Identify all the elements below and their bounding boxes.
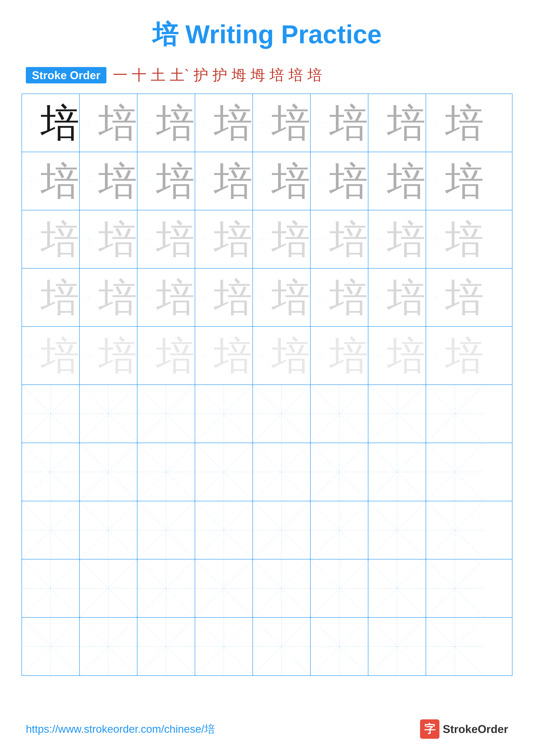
grid-row: 培 培 培 [22, 152, 512, 210]
grid-cell[interactable] [22, 559, 80, 617]
footer-url[interactable]: https://www.strokeorder.com/chinese/培 [26, 722, 215, 736]
grid-cell[interactable] [369, 559, 426, 617]
grid-cell[interactable]: 培 [369, 152, 426, 210]
practice-grid: 培 培 培 [21, 94, 513, 676]
grid-cell[interactable] [311, 443, 369, 501]
stroke-order-section: Stroke Order 一 十 土 土` 护 护 坶 坶 培 培 培 [0, 65, 534, 85]
grid-cell[interactable] [426, 443, 484, 501]
grid-cell[interactable]: 培 [22, 327, 80, 385]
page-title: 培 Writing Practice [0, 0, 534, 65]
grid-cell[interactable]: 培 [253, 94, 311, 152]
footer: https://www.strokeorder.com/chinese/培 字 … [0, 719, 534, 739]
grid-cell[interactable] [138, 385, 195, 443]
grid-cell[interactable]: 培 [426, 152, 484, 210]
grid-row [22, 501, 512, 559]
grid-cell[interactable]: 培 [311, 327, 369, 385]
grid-cell[interactable] [369, 501, 426, 559]
grid-cell[interactable]: 培 [369, 94, 426, 152]
grid-cell[interactable]: 培 [80, 269, 138, 326]
grid-cell[interactable] [80, 618, 138, 675]
grid-cell[interactable] [426, 559, 484, 617]
grid-cell[interactable] [426, 501, 484, 559]
grid-cell[interactable]: 培 [195, 210, 253, 268]
grid-cell[interactable]: 培 [80, 210, 138, 268]
grid-cell[interactable]: 培 [80, 94, 138, 152]
grid-cell[interactable]: 培 [22, 210, 80, 268]
grid-cell[interactable] [195, 501, 253, 559]
grid-cell[interactable]: 培 [195, 152, 253, 210]
grid-cell[interactable] [195, 559, 253, 617]
grid-cell[interactable] [80, 385, 138, 443]
grid-cell[interactable] [195, 385, 253, 443]
grid-cell[interactable] [138, 618, 195, 675]
grid-cell[interactable]: 培 [253, 327, 311, 385]
stroke-order-badge: Stroke Order [26, 67, 106, 83]
grid-row: 培 培 培 [22, 210, 512, 269]
grid-cell[interactable] [253, 618, 311, 675]
grid-cell[interactable]: 培 [311, 210, 369, 268]
grid-cell[interactable]: 培 [311, 152, 369, 210]
grid-cell[interactable] [22, 501, 80, 559]
grid-cell[interactable] [138, 443, 195, 501]
grid-cell[interactable]: 培 [426, 327, 484, 385]
grid-cell[interactable]: 培 [22, 94, 80, 152]
grid-cell[interactable]: 培 [253, 152, 311, 210]
footer-logo: 字 StrokeOrder [420, 719, 508, 739]
stroke-sequence: 一 十 土 土` 护 护 坶 坶 培 培 培 [113, 65, 322, 85]
grid-cell[interactable]: 培 [195, 269, 253, 326]
grid-cell[interactable]: 培 [22, 269, 80, 326]
grid-cell[interactable] [80, 501, 138, 559]
grid-cell[interactable] [311, 618, 369, 675]
grid-cell[interactable]: 培 [138, 210, 195, 268]
grid-cell[interactable] [311, 501, 369, 559]
grid-cell[interactable] [311, 559, 369, 617]
grid-cell[interactable] [195, 443, 253, 501]
grid-cell[interactable]: 培 [80, 327, 138, 385]
grid-cell[interactable] [426, 618, 484, 675]
grid-cell[interactable] [22, 618, 80, 675]
grid-cell[interactable] [369, 443, 426, 501]
grid-cell[interactable]: 培 [311, 269, 369, 326]
grid-cell[interactable] [253, 559, 311, 617]
grid-row: 培 培 培 [22, 94, 512, 152]
grid-row: 培 培 培 [22, 269, 512, 327]
grid-cell[interactable]: 培 [253, 210, 311, 268]
logo-label: StrokeOrder [443, 723, 508, 736]
grid-row: 培 培 培 [22, 327, 512, 385]
grid-cell[interactable] [369, 385, 426, 443]
grid-cell[interactable]: 培 [195, 327, 253, 385]
grid-row [22, 618, 512, 675]
grid-cell[interactable]: 培 [80, 152, 138, 210]
grid-cell[interactable] [80, 559, 138, 617]
logo-icon: 字 [420, 719, 440, 739]
grid-cell[interactable]: 培 [426, 94, 484, 152]
grid-row [22, 385, 512, 443]
grid-cell[interactable] [369, 618, 426, 675]
grid-cell[interactable]: 培 [22, 152, 80, 210]
grid-cell[interactable] [253, 501, 311, 559]
grid-cell[interactable] [311, 385, 369, 443]
grid-cell[interactable] [22, 443, 80, 501]
grid-cell[interactable]: 培 [311, 94, 369, 152]
grid-cell[interactable] [138, 501, 195, 559]
grid-cell[interactable] [195, 618, 253, 675]
grid-cell[interactable] [253, 443, 311, 501]
grid-cell[interactable] [138, 559, 195, 617]
grid-cell[interactable]: 培 [253, 269, 311, 326]
grid-cell[interactable]: 培 [426, 269, 484, 326]
grid-cell[interactable]: 培 [138, 269, 195, 326]
grid-cell[interactable]: 培 [426, 210, 484, 268]
grid-row [22, 443, 512, 501]
grid-cell[interactable] [253, 385, 311, 443]
grid-cell[interactable] [80, 443, 138, 501]
grid-cell[interactable]: 培 [195, 94, 253, 152]
grid-cell[interactable]: 培 [138, 152, 195, 210]
grid-cell[interactable]: 培 [138, 327, 195, 385]
grid-cell[interactable]: 培 [138, 94, 195, 152]
grid-cell[interactable]: 培 [369, 327, 426, 385]
grid-cell[interactable]: 培 [369, 269, 426, 326]
grid-row [22, 559, 512, 618]
grid-cell[interactable] [22, 385, 80, 443]
grid-cell[interactable] [426, 385, 484, 443]
grid-cell[interactable]: 培 [369, 210, 426, 268]
